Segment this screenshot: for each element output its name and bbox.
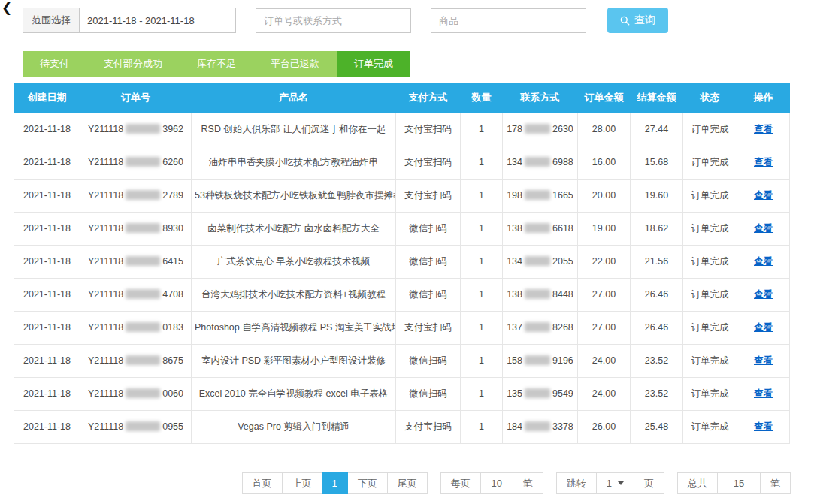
cell-create-date: 2021-11-18	[14, 179, 80, 212]
cell-settle-amount: 26.46	[631, 278, 683, 311]
orders-table: 创建日期订单号产品名支付方式数量联系方式订单金额结算金额状态操作 2021-11…	[14, 83, 790, 444]
cell-quantity: 1	[461, 179, 503, 212]
cell-contact: 1782630	[503, 113, 578, 146]
cell-product-name: 53种铁板烧技术配方小吃铁板鱿鱼鸭脖夜市摆摊教程	[192, 179, 396, 212]
tab-平台已退款[interactable]: 平台已退款	[253, 51, 337, 77]
cell-quantity: 1	[461, 245, 503, 278]
redacted-text	[126, 157, 160, 167]
cell-contact: 1342055	[503, 245, 578, 278]
redacted-text	[126, 256, 160, 266]
cell-create-date: 2021-11-18	[14, 278, 80, 311]
jump-page-value: 1	[607, 478, 612, 488]
cell-order-amount: 27.00	[578, 311, 631, 344]
cell-create-date: 2021-11-18	[14, 245, 80, 278]
cell-order-amount: 27.00	[578, 278, 631, 311]
column-header: 联系方式	[503, 83, 578, 113]
view-link[interactable]: 查看	[754, 388, 773, 399]
table-row: 2021-11-18Y2111188930卤菜制作技术小吃配方 卤水卤料配方大全…	[14, 212, 790, 245]
column-header: 结算金额	[631, 83, 683, 113]
current-page-button[interactable]: 1	[322, 472, 348, 494]
table-row: 2021-11-18Y2111188675室内设计 PSD 彩平图素材小户型图设…	[14, 344, 790, 377]
cell-action: 查看	[737, 278, 790, 311]
jump-page-select[interactable]: 1	[596, 472, 634, 494]
cell-quantity: 1	[461, 212, 503, 245]
view-link[interactable]: 查看	[754, 223, 773, 234]
per-page-input[interactable]: 10	[480, 472, 513, 494]
date-range-label: 范围选择	[23, 8, 80, 33]
view-link[interactable]: 查看	[754, 289, 773, 300]
query-button[interactable]: 查询	[607, 8, 668, 33]
cell-order-amount: 24.00	[578, 344, 631, 377]
cell-contact: 1378268	[503, 311, 578, 344]
tab-订单完成[interactable]: 订单完成	[337, 51, 410, 77]
cell-create-date: 2021-11-18	[14, 410, 80, 443]
chevron-down-icon	[618, 481, 624, 485]
cell-product-name: 室内设计 PSD 彩平图素材小户型图设计装修	[192, 344, 396, 377]
page-nav-group: 首页 上页 1 下页 尾页	[243, 472, 428, 494]
total-group: 总共 15 笔	[678, 472, 791, 494]
cell-order-amount: 16.00	[578, 146, 631, 179]
cell-status: 订单完成	[683, 311, 737, 344]
redacted-text	[525, 223, 550, 233]
cell-order-amount: 20.00	[578, 179, 631, 212]
column-header: 支付方式	[396, 83, 461, 113]
cell-create-date: 2021-11-18	[14, 344, 80, 377]
total-label: 总共	[677, 472, 718, 494]
jump-unit-label: 页	[634, 472, 664, 494]
cell-settle-amount: 27.44	[631, 113, 683, 146]
column-header: 数量	[461, 83, 503, 113]
redacted-text	[525, 256, 550, 266]
redacted-text	[126, 388, 160, 398]
view-link[interactable]: 查看	[754, 157, 773, 167]
next-page-button[interactable]: 下页	[347, 472, 388, 494]
table-row: 2021-11-18Y2111183962RSD 创始人俱乐部 让人们沉迷于和你…	[14, 113, 790, 146]
table-row: 2021-11-18Y2111184708台湾大鸡排技术小吃技术配方资料+视频教…	[14, 278, 790, 311]
tab-待支付[interactable]: 待支付	[23, 51, 86, 77]
redacted-text	[126, 355, 160, 365]
view-link[interactable]: 查看	[754, 124, 773, 134]
cell-quantity: 1	[461, 113, 503, 146]
cell-order-number: Y2111182789	[80, 179, 192, 212]
view-link[interactable]: 查看	[754, 322, 773, 333]
table-row: 2021-11-18Y2111186415广式茶饮点心 早茶小吃教程技术视频微信…	[14, 245, 790, 278]
date-range-input[interactable]	[80, 8, 236, 33]
view-link[interactable]: 查看	[754, 256, 773, 267]
cell-action: 查看	[737, 344, 790, 377]
cell-order-number: Y2111186415	[80, 245, 192, 278]
redacted-text	[525, 124, 550, 134]
cell-order-number: Y2111184708	[80, 278, 192, 311]
redacted-text	[525, 157, 550, 167]
view-link[interactable]: 查看	[754, 355, 773, 366]
cell-order-amount: 24.00	[578, 377, 631, 410]
view-link[interactable]: 查看	[754, 190, 773, 201]
tab-支付部分成功[interactable]: 支付部分成功	[86, 51, 180, 77]
cell-payment-method: 支付宝扫码	[396, 410, 461, 443]
redacted-text	[525, 322, 550, 332]
order-search-input[interactable]	[256, 8, 411, 33]
cell-payment-method: 支付宝扫码	[396, 146, 461, 179]
cell-payment-method: 微信扫码	[396, 344, 461, 377]
cell-create-date: 2021-11-18	[14, 377, 80, 410]
per-page-label: 每页	[440, 472, 481, 494]
cell-product-name: Vegas Pro 剪辑入门到精通	[192, 410, 396, 443]
first-page-button[interactable]: 首页	[242, 472, 283, 494]
cell-order-amount: 28.00	[578, 113, 631, 146]
cell-order-number: Y2111183962	[80, 113, 192, 146]
tab-库存不足[interactable]: 库存不足	[180, 51, 253, 77]
column-header: 操作	[737, 83, 790, 113]
cell-action: 查看	[737, 311, 790, 344]
query-button-label: 查询	[634, 14, 655, 27]
filter-bar: 范围选择 查询	[0, 0, 814, 33]
cell-action: 查看	[737, 377, 790, 410]
cell-settle-amount: 18.62	[631, 212, 683, 245]
view-link[interactable]: 查看	[754, 421, 773, 432]
last-page-button[interactable]: 尾页	[387, 472, 428, 494]
back-icon[interactable]: ❮	[2, 0, 12, 16]
total-unit-label: 笔	[760, 472, 791, 494]
prev-page-button[interactable]: 上页	[282, 472, 322, 494]
cell-payment-method: 微信扫码	[396, 212, 461, 245]
redacted-text	[525, 289, 550, 299]
cell-status: 订单完成	[683, 278, 737, 311]
cell-quantity: 1	[461, 344, 503, 377]
product-search-input[interactable]	[431, 8, 586, 33]
